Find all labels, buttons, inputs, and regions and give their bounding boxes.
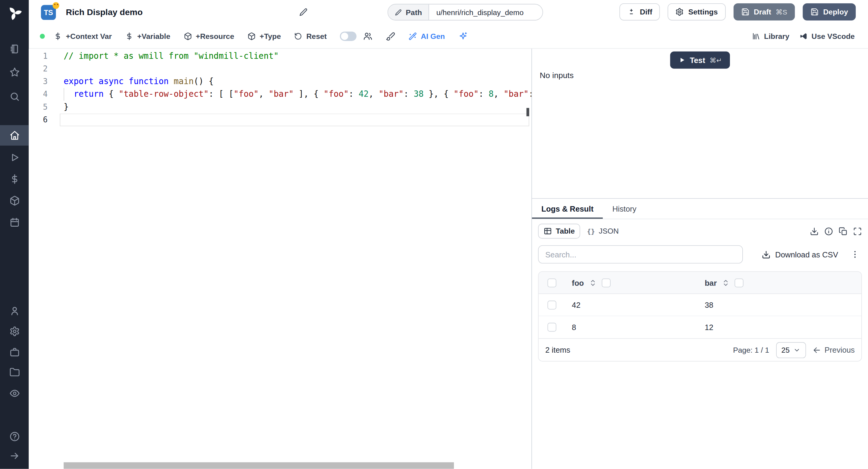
- info-icon[interactable]: [824, 227, 833, 236]
- add-resource-button[interactable]: +Resource: [184, 32, 234, 41]
- editor-horizontal-scrollbar[interactable]: [64, 462, 454, 469]
- code-line-3[interactable]: 3export async function main() {: [29, 75, 532, 88]
- gear-icon: [9, 326, 20, 337]
- column-label[interactable]: foo: [572, 278, 584, 287]
- table-cell: 12: [698, 323, 861, 332]
- expand-icon[interactable]: [853, 227, 862, 236]
- path-value[interactable]: u/henri/rich_display_demo: [429, 4, 543, 20]
- column-header-foo: foo: [565, 278, 698, 287]
- sidebar-item-home[interactable]: [0, 125, 29, 146]
- code-line-4[interactable]: 4 return { "table-row-object": [ ["foo",…: [29, 88, 532, 101]
- pagination: Page: 1 / 1 25 Previous: [733, 342, 855, 358]
- copy-result-icon[interactable]: [839, 227, 847, 236]
- column-checkbox[interactable]: [735, 278, 743, 287]
- edit-summary-icon[interactable]: [299, 8, 307, 17]
- settings-button[interactable]: Settings: [668, 3, 726, 21]
- toolbar-right: Library Use VScode: [752, 32, 868, 41]
- use-vscode-button[interactable]: Use VScode: [799, 32, 855, 41]
- sort-icon[interactable]: [722, 279, 730, 287]
- add-variable-button[interactable]: +Variable: [125, 32, 170, 41]
- package-icon: [184, 32, 192, 41]
- deploy-button[interactable]: Deploy: [803, 3, 856, 21]
- eye-icon: [9, 388, 20, 399]
- format-brush-icon[interactable]: [386, 32, 396, 41]
- column-label[interactable]: bar: [705, 278, 717, 287]
- library-button[interactable]: Library: [752, 32, 789, 41]
- play-icon: [678, 56, 685, 64]
- sparkles-icon[interactable]: [458, 32, 467, 41]
- header-actions: Diff Settings Draft ⌘S Deploy: [619, 3, 856, 21]
- sidebar-item-arrow-right[interactable]: [0, 446, 29, 466]
- search-input[interactable]: [538, 245, 743, 264]
- row-checkbox[interactable]: [548, 300, 556, 309]
- sidebar-item-folder[interactable]: [0, 362, 29, 382]
- sidebar-item-briefcase[interactable]: [0, 342, 29, 363]
- code-line-5[interactable]: 5}: [29, 101, 532, 113]
- items-count: 2 items: [545, 345, 570, 354]
- download-result-icon[interactable]: [810, 227, 818, 236]
- sidebar-item-calendar[interactable]: [0, 212, 29, 232]
- code-text: }: [60, 101, 531, 113]
- chevron-down-icon: [793, 346, 800, 353]
- test-shortcut: ⌘↵: [710, 56, 722, 64]
- home-icon: [9, 130, 20, 141]
- tab-history[interactable]: History: [603, 199, 646, 219]
- reset-label: Reset: [306, 32, 327, 41]
- sort-icon[interactable]: [589, 279, 597, 287]
- sidebar-item-gear[interactable]: [0, 321, 29, 342]
- add-context-var-button[interactable]: +Context Var: [54, 32, 112, 41]
- star-icon: [9, 67, 20, 77]
- editor-toolbar: +Context Var +Variable +Resource +Type R…: [29, 24, 868, 49]
- table-controls-row: Download as CSV: [538, 245, 862, 264]
- page-indicator: Page: 1 / 1: [733, 346, 769, 354]
- table-cell: 8: [565, 323, 698, 332]
- sidebar-item-eye[interactable]: [0, 383, 29, 404]
- page-title: Rich Display demo: [66, 7, 143, 17]
- code-editor[interactable]: 1// import * as wmill from "windmill-cli…: [29, 49, 532, 469]
- sidebar-item-help[interactable]: [0, 426, 29, 447]
- dollar-icon: [9, 174, 20, 184]
- library-icon: [752, 32, 761, 41]
- draft-button[interactable]: Draft ⌘S: [733, 3, 795, 21]
- view-json-chip[interactable]: {} JSON: [582, 224, 624, 239]
- line-number: 3: [29, 75, 60, 88]
- previous-page-button[interactable]: Previous: [812, 345, 855, 354]
- users-icon[interactable]: [363, 32, 373, 41]
- sidebar-item-user[interactable]: [0, 301, 29, 321]
- tab-logs-result[interactable]: Logs & Result: [532, 199, 603, 219]
- add-type-button[interactable]: +Type: [247, 32, 281, 41]
- windmill-logo[interactable]: [0, 5, 29, 21]
- sidebar-item-play[interactable]: [0, 147, 29, 168]
- edit-path-button[interactable]: Path: [388, 4, 429, 20]
- select-all-checkbox[interactable]: [548, 278, 556, 287]
- sidebar: [0, 0, 29, 469]
- typescript-badge: TS: [41, 5, 56, 20]
- sidebar-item-dollar[interactable]: [0, 169, 29, 189]
- sidebar-item-search[interactable]: [0, 87, 29, 107]
- line-number: 4: [29, 88, 60, 101]
- table-cell: 38: [698, 300, 861, 309]
- diff-label: Diff: [640, 8, 652, 16]
- view-table-chip[interactable]: Table: [538, 224, 580, 239]
- table-row[interactable]: 4238: [538, 294, 861, 316]
- column-checkbox[interactable]: [601, 278, 610, 287]
- code-line-2[interactable]: 2: [29, 63, 532, 75]
- mode-toggle[interactable]: [340, 32, 356, 41]
- download-csv-button[interactable]: Download as CSV: [762, 250, 838, 259]
- page-size-select[interactable]: 25: [776, 342, 806, 358]
- sidebar-item-cube[interactable]: [0, 190, 29, 211]
- test-button[interactable]: Test ⌘↵: [670, 52, 730, 69]
- code-line-1[interactable]: 1// import * as wmill from "windmill-cli…: [29, 50, 532, 62]
- code-line-6[interactable]: 6: [29, 114, 532, 126]
- sidebar-item-notebook[interactable]: [0, 39, 29, 59]
- content: 1// import * as wmill from "windmill-cli…: [29, 49, 868, 469]
- reset-button[interactable]: Reset: [294, 32, 327, 41]
- kebab-menu-icon[interactable]: [850, 250, 860, 259]
- type-label: +Type: [259, 32, 281, 41]
- sidebar-item-star[interactable]: [0, 62, 29, 83]
- table-row[interactable]: 812: [538, 316, 861, 338]
- diff-button[interactable]: Diff: [619, 3, 660, 21]
- row-checkbox[interactable]: [548, 323, 556, 332]
- ai-gen-button[interactable]: AI Gen: [409, 32, 445, 41]
- json-chip-label: JSON: [599, 227, 619, 236]
